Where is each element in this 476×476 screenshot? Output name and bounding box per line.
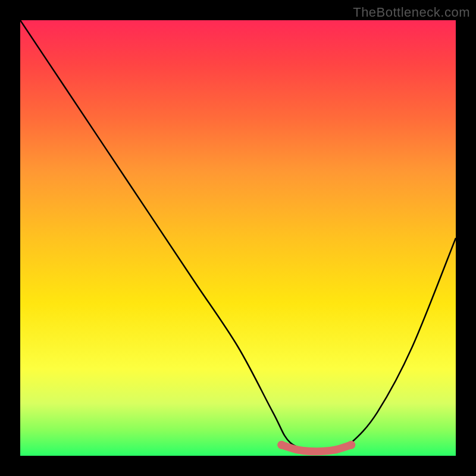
watermark-text: TheBottleneck.com (353, 5, 470, 20)
bottleneck-curve-path (20, 20, 456, 453)
highlight-dot-left (277, 441, 286, 449)
chart-svg (20, 20, 456, 456)
highlight-band-path (281, 445, 351, 452)
highlight-dot-right (347, 441, 355, 449)
